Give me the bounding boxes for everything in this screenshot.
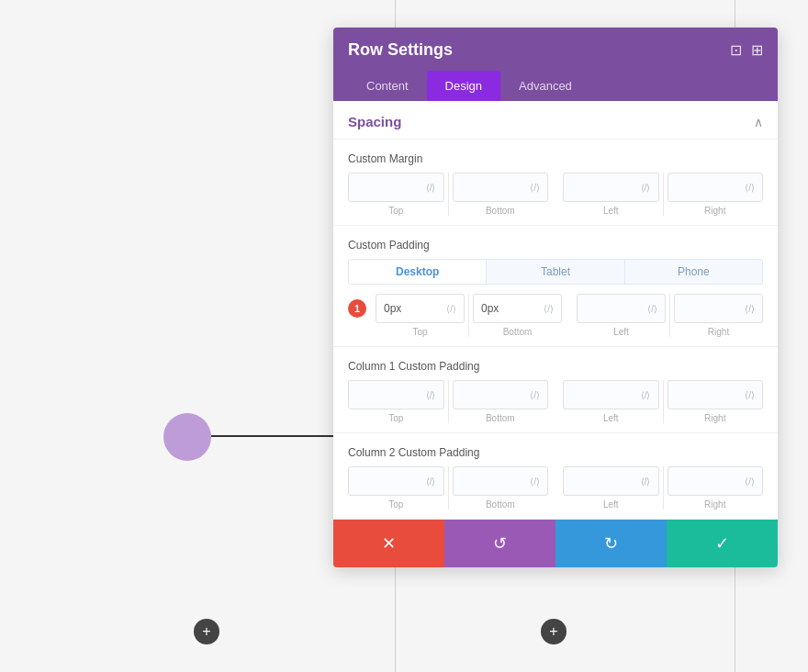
margin-top-box: ⟨/⟩ Top: [348, 173, 444, 216]
col2-right-label: Right: [704, 499, 725, 510]
spacing-title: Spacing: [348, 114, 401, 129]
number-badge: 1: [348, 299, 366, 318]
col2-right-box: ⟨/⟩ Right: [668, 466, 764, 510]
col2-left-code-icon: ⟨/⟩: [641, 476, 651, 487]
col1-bottom-input[interactable]: ⟨/⟩: [453, 380, 549, 409]
annotation-circle: [163, 413, 211, 461]
col1-bottom-box: ⟨/⟩ Bottom: [453, 380, 549, 423]
col1-top-label: Top: [388, 413, 403, 423]
padding-top-code-icon: ⟨/⟩: [446, 304, 456, 314]
padding-right-input[interactable]: ⟨/⟩: [674, 294, 763, 323]
margin-bottom-code-icon: ⟨/⟩: [530, 183, 540, 193]
col2-top-code-icon: ⟨/⟩: [426, 476, 436, 487]
save-button[interactable]: ✓: [667, 520, 778, 567]
padding-right-label: Right: [708, 327, 729, 337]
padding-top-input[interactable]: 0px ⟨/⟩: [376, 294, 465, 323]
col1-left-input[interactable]: ⟨/⟩: [563, 380, 659, 409]
col2-bottom-input[interactable]: ⟨/⟩: [453, 466, 549, 496]
margin-left-input[interactable]: ⟨/⟩: [563, 173, 659, 202]
padding-top-box: 0px ⟨/⟩ Top: [376, 294, 465, 337]
redo-button[interactable]: ↻: [556, 520, 667, 567]
col1-right-code-icon: ⟨/⟩: [745, 390, 755, 400]
margin-left-code-icon: ⟨/⟩: [641, 183, 651, 193]
panel-toolbar: ✕ ↺ ↻ ✓: [333, 520, 778, 567]
add-button-right[interactable]: +: [541, 619, 567, 644]
responsive-icon[interactable]: ⊡: [730, 41, 742, 59]
row-settings-panel: Row Settings ⊡ ⊞ Content Design Advanced…: [333, 28, 778, 567]
col1-left-box: ⟨/⟩ Left: [563, 380, 659, 423]
header-icons: ⊡ ⊞: [730, 41, 763, 59]
padding-right-code-icon: ⟨/⟩: [745, 304, 755, 314]
tab-advanced[interactable]: Advanced: [500, 71, 590, 101]
col1-top-code-icon: ⟨/⟩: [426, 390, 436, 400]
device-tabs: Desktop Tablet Phone: [348, 259, 763, 285]
col2-left-input[interactable]: ⟨/⟩: [563, 466, 659, 496]
padding-bottom-box: 0px ⟨/⟩ Bottom: [473, 294, 562, 337]
tab-content[interactable]: Content: [348, 71, 427, 101]
padding-top-bottom-row: 0px ⟨/⟩ Top 0px ⟨/⟩: [376, 294, 763, 337]
col1-right-box: ⟨/⟩ Right: [668, 380, 764, 423]
col1-padding-group: Column 1 Custom Padding ⟨/⟩ Top: [333, 347, 778, 433]
margin-bottom-box: ⟨/⟩ Bottom: [453, 173, 549, 216]
spacing-section-header: Spacing ∧: [333, 101, 778, 140]
tab-design[interactable]: Design: [427, 71, 500, 101]
margin-top-input[interactable]: ⟨/⟩: [348, 173, 444, 202]
collapse-icon[interactable]: ∧: [754, 115, 763, 129]
padding-right-box: ⟨/⟩ Right: [674, 294, 763, 337]
col1-top-box: ⟨/⟩ Top: [348, 380, 444, 423]
margin-left-box: ⟨/⟩ Left: [563, 173, 659, 216]
margin-right-input[interactable]: ⟨/⟩: [668, 173, 764, 202]
col1-left-code-icon: ⟨/⟩: [641, 390, 651, 400]
cancel-button[interactable]: ✕: [333, 520, 444, 567]
custom-margin-label: Custom Margin: [348, 152, 763, 165]
col2-right-input[interactable]: ⟨/⟩: [668, 466, 764, 496]
margin-left-label: Left: [603, 206, 619, 216]
col2-top-box: ⟨/⟩ Top: [348, 466, 444, 510]
col1-bottom-code-icon: ⟨/⟩: [530, 390, 540, 400]
padding-top-label: Top: [412, 327, 427, 337]
margin-right-box: ⟨/⟩ Right: [668, 173, 764, 216]
panel-body: Spacing ∧ Custom Margin ⟨/⟩ Top: [333, 101, 778, 520]
custom-margin-group: Custom Margin ⟨/⟩ Top: [333, 140, 778, 226]
col2-padding-group: Column 2 Custom Padding ⟨/⟩ Top: [333, 433, 778, 520]
custom-padding-label: Custom Padding: [348, 239, 763, 252]
col2-right-code-icon: ⟨/⟩: [745, 476, 755, 487]
col1-right-input[interactable]: ⟨/⟩: [668, 380, 764, 409]
col1-top-input[interactable]: ⟨/⟩: [348, 380, 444, 409]
device-tab-desktop[interactable]: Desktop: [349, 260, 487, 284]
padding-left-box: ⟨/⟩ Left: [577, 294, 666, 337]
padding-left-label: Left: [613, 327, 629, 337]
columns-icon[interactable]: ⊞: [751, 41, 763, 59]
padding-left-input[interactable]: ⟨/⟩: [577, 294, 666, 323]
padding-inputs-col: 0px ⟨/⟩ Top 0px ⟨/⟩: [376, 294, 763, 337]
margin-bottom-input[interactable]: ⟨/⟩: [453, 173, 549, 202]
col1-padding-inputs: ⟨/⟩ Top ⟨/⟩ Bottom: [348, 380, 763, 423]
undo-button[interactable]: ↺: [444, 520, 556, 567]
panel-header: Row Settings ⊡ ⊞ Content Design Advanced: [333, 28, 778, 101]
col2-top-input[interactable]: ⟨/⟩: [348, 466, 444, 496]
margin-top-code-icon: ⟨/⟩: [426, 183, 436, 193]
padding-left-code-icon: ⟨/⟩: [647, 304, 657, 314]
padding-bottom-code-icon: ⟨/⟩: [544, 304, 554, 314]
device-tab-phone[interactable]: Phone: [625, 260, 762, 284]
badge-column: 1: [348, 294, 370, 318]
padding-bottom-label: Bottom: [503, 327, 533, 337]
padding-inputs-row: 1 0px ⟨/⟩ Top: [348, 294, 763, 337]
col1-padding-label: Column 1 Custom Padding: [348, 360, 763, 373]
panel-title: Row Settings: [348, 40, 453, 60]
custom-padding-group: Custom Padding Desktop Tablet Phone 1: [333, 226, 778, 347]
tab-bar: Content Design Advanced: [348, 71, 763, 101]
margin-bottom-label: Bottom: [486, 206, 515, 216]
margin-right-label: Right: [704, 206, 725, 216]
col2-bottom-box: ⟨/⟩ Bottom: [453, 466, 549, 510]
col1-bottom-label: Bottom: [486, 413, 515, 423]
col2-top-label: Top: [388, 499, 403, 510]
col1-left-label: Left: [603, 413, 619, 423]
device-tab-tablet[interactable]: Tablet: [487, 260, 624, 284]
add-button-left[interactable]: +: [194, 619, 219, 644]
annotation-line: [211, 435, 340, 437]
padding-bottom-input[interactable]: 0px ⟨/⟩: [473, 294, 562, 323]
col2-left-box: ⟨/⟩ Left: [563, 466, 659, 510]
col2-bottom-label: Bottom: [486, 499, 515, 510]
custom-margin-inputs: ⟨/⟩ Top ⟨/⟩ Bottom: [348, 173, 763, 216]
